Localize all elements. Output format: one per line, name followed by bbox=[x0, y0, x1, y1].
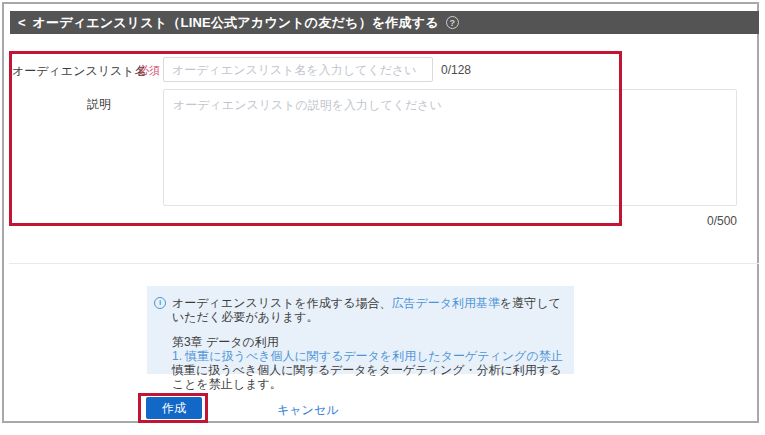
notice-chapter-line: 第3章 データの利用 bbox=[172, 335, 564, 349]
description-char-counter: 0/500 bbox=[604, 214, 737, 228]
page-header: < オーディエンスリスト（LINE公式アカウントの友だち）を作成する ? bbox=[10, 11, 759, 34]
targeting-prohibition-link[interactable]: 1. 慎重に扱うべき個人に関するデータを利用したターゲティングの禁止 bbox=[172, 349, 563, 363]
description-label: 説明 bbox=[87, 96, 111, 113]
name-char-counter: 0/128 bbox=[441, 63, 471, 77]
notice-detail-line: 慎重に扱うべき個人に関するデータをターゲティング・分析に利用することを禁止します… bbox=[172, 363, 564, 391]
audience-name-label: オーディエンスリスト名 bbox=[12, 63, 147, 80]
section-divider bbox=[9, 263, 759, 264]
notice-line1-prefix: オーディエンスリストを作成する場合、 bbox=[172, 296, 391, 310]
ad-data-policy-link[interactable]: 広告データ利用基準 bbox=[391, 296, 500, 310]
help-icon[interactable]: ? bbox=[446, 16, 459, 29]
notice-line1: オーディエンスリストを作成する場合、広告データ利用基準を遵守していただく必要があ… bbox=[172, 296, 564, 324]
window-frame: < オーディエンスリスト（LINE公式アカウントの友だち）を作成する ? オーデ… bbox=[2, 2, 759, 423]
required-badge: 必須 bbox=[138, 63, 160, 78]
cancel-link[interactable]: キャンセル bbox=[277, 402, 338, 419]
audience-name-input[interactable] bbox=[163, 57, 433, 82]
create-button[interactable]: 作成 bbox=[146, 397, 202, 419]
back-chevron-icon[interactable]: < bbox=[18, 15, 26, 30]
policy-notice-box: i オーディエンスリストを作成する場合、広告データ利用基準を遵守していただく必要… bbox=[147, 286, 574, 374]
info-icon: i bbox=[154, 297, 166, 309]
page-title: オーディエンスリスト（LINE公式アカウントの友だち）を作成する bbox=[33, 14, 439, 32]
description-textarea[interactable] bbox=[163, 89, 737, 206]
